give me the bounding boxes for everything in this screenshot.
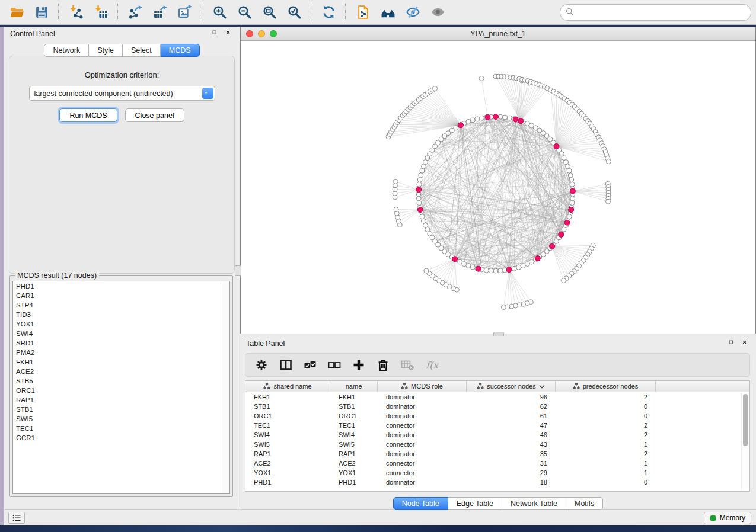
mcds-dominator-node[interactable] <box>417 207 423 213</box>
network-node[interactable] <box>470 265 475 270</box>
float-panel-icon[interactable] <box>729 340 736 348</box>
hide-eye-button[interactable] <box>404 4 421 21</box>
result-node-item[interactable]: SWI5 <box>13 414 229 424</box>
tab-node-table[interactable]: Node Table <box>393 497 448 510</box>
delete-table-button[interactable] <box>400 357 415 373</box>
network-node[interactable] <box>416 196 421 201</box>
result-node-item[interactable]: TEC1 <box>13 424 229 433</box>
column-header-predecessor-nodes[interactable]: predecessor nodes <box>556 381 656 392</box>
tab-network[interactable]: Network <box>44 44 89 57</box>
mcds-dominator-node[interactable] <box>452 257 458 262</box>
network-node[interactable] <box>569 178 574 182</box>
import-network-button[interactable] <box>68 4 84 21</box>
settings-gear-button[interactable] <box>254 357 269 373</box>
table-row[interactable]: RAP1RAP1dominator352 <box>245 449 749 459</box>
table-row[interactable]: TEC1TEC1connector472 <box>245 421 749 430</box>
mcds-dominator-node[interactable] <box>535 256 540 261</box>
zoom-fit-button[interactable] <box>261 4 277 21</box>
add-row-button[interactable] <box>351 357 366 373</box>
mcds-dominator-node[interactable] <box>513 117 518 122</box>
column-header-shared-name[interactable]: shared name <box>245 381 330 392</box>
result-node-item[interactable]: RAP1 <box>13 395 229 405</box>
network-node[interactable] <box>606 159 611 164</box>
network-node[interactable] <box>484 268 489 273</box>
table-row[interactable]: ACE2ACE2connector311 <box>245 459 749 468</box>
network-node[interactable] <box>567 214 572 219</box>
table-scrollbar[interactable] <box>741 393 748 490</box>
network-node[interactable] <box>503 115 508 120</box>
criterion-select[interactable]: largest connected component (undirected) <box>29 86 215 101</box>
close-panel-icon[interactable] <box>742 340 750 348</box>
column-header-name[interactable]: name <box>330 381 378 392</box>
network-node[interactable] <box>568 173 573 178</box>
mcds-dominator-node[interactable] <box>559 232 564 237</box>
mcds-dominator-node[interactable] <box>569 207 574 213</box>
network-window-titlebar[interactable]: YPA_prune.txt_1 <box>241 27 755 41</box>
network-node[interactable] <box>470 118 475 123</box>
network-node[interactable] <box>421 219 426 223</box>
mcds-dominator-node[interactable] <box>554 143 559 149</box>
mcds-dominator-node[interactable] <box>493 114 499 120</box>
network-node[interactable] <box>498 268 503 273</box>
zoom-selected-button[interactable] <box>286 4 302 21</box>
binoculars-button[interactable] <box>379 4 396 21</box>
run-mcds-button[interactable]: Run MCDS <box>59 108 117 122</box>
network-node[interactable] <box>562 278 566 283</box>
network-node[interactable] <box>424 268 429 273</box>
network-node[interactable] <box>479 76 484 81</box>
table-row[interactable]: SWI5SWI5connector431 <box>245 440 749 449</box>
result-node-item[interactable]: STP4 <box>13 300 229 310</box>
search-box[interactable] <box>560 4 751 21</box>
task-history-button[interactable] <box>8 512 25 524</box>
result-node-item[interactable]: CAR1 <box>13 291 229 300</box>
result-node-item[interactable]: GCR1 <box>13 433 229 443</box>
network-node[interactable] <box>466 119 471 124</box>
network-node[interactable] <box>512 266 516 271</box>
network-document-button[interactable] <box>355 4 371 21</box>
network-node[interactable] <box>493 268 498 273</box>
result-node-item[interactable]: ACE2 <box>13 367 229 376</box>
network-canvas[interactable] <box>241 41 755 334</box>
tab-edge-table[interactable]: Edge Table <box>448 497 502 510</box>
refresh-button[interactable] <box>320 4 337 21</box>
import-table-button[interactable] <box>92 4 109 21</box>
result-node-item[interactable]: TID3 <box>13 310 229 319</box>
network-node[interactable] <box>521 264 525 268</box>
table-row[interactable]: STB1STB1dominator620 <box>245 402 749 411</box>
network-node[interactable] <box>489 268 493 273</box>
table-row[interactable]: YOX1YOX1connector291 <box>245 468 749 477</box>
mcds-dominator-node[interactable] <box>506 267 512 273</box>
mcds-dominator-node[interactable] <box>518 118 524 124</box>
result-node-item[interactable]: SRD1 <box>13 338 229 348</box>
tab-mcds[interactable]: MCDS <box>161 44 200 57</box>
table-row[interactable]: SWI4SWI4dominator462 <box>245 430 749 440</box>
select-all-button[interactable] <box>302 357 318 373</box>
table-scrollbar-thumb[interactable] <box>743 394 748 446</box>
network-node[interactable] <box>516 265 521 270</box>
mcds-dominator-node[interactable] <box>476 266 481 271</box>
result-node-item[interactable]: SWI4 <box>13 329 229 338</box>
network-node[interactable] <box>475 117 480 121</box>
close-panel-icon[interactable] <box>226 30 234 38</box>
column-header-successor-nodes[interactable]: successor nodes <box>467 381 556 392</box>
export-table-button[interactable] <box>152 4 168 21</box>
result-node-item[interactable]: STB1 <box>13 405 229 414</box>
export-network-button[interactable] <box>127 4 143 21</box>
network-node[interactable] <box>570 196 575 201</box>
network-node[interactable] <box>507 116 512 120</box>
tab-select[interactable]: Select <box>123 44 161 57</box>
network-node[interactable] <box>417 201 422 206</box>
column-header-MCDS-role[interactable]: MCDS role <box>378 381 467 392</box>
memory-button[interactable]: Memory <box>704 512 751 524</box>
network-node[interactable] <box>433 86 438 91</box>
table-row[interactable]: ORC1ORC1dominator610 <box>245 411 749 421</box>
mcds-dominator-node[interactable] <box>416 187 422 193</box>
network-node[interactable] <box>420 214 425 219</box>
tab-network-table[interactable]: Network Table <box>502 497 566 510</box>
network-node[interactable] <box>417 182 422 187</box>
function-builder-button[interactable]: f(x) <box>424 357 439 373</box>
show-eye-button[interactable] <box>429 4 446 21</box>
zoom-out-button[interactable] <box>236 4 253 21</box>
result-node-item[interactable]: ORC1 <box>13 386 229 395</box>
result-node-item[interactable]: YOX1 <box>13 319 229 329</box>
